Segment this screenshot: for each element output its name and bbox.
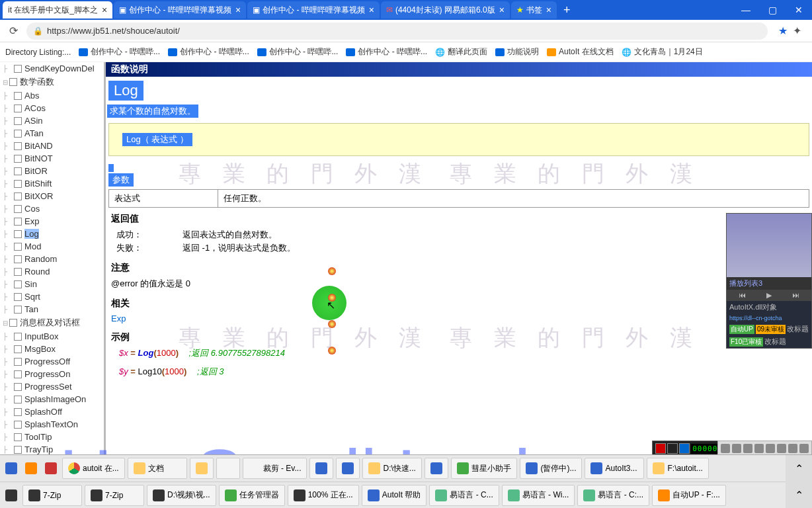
extensions-icon[interactable]: ✦ bbox=[793, 24, 801, 37]
sidebar-item-bitnot[interactable]: ├BitNOT bbox=[0, 152, 104, 165]
taskbar-item[interactable] bbox=[190, 458, 214, 479]
close-icon[interactable]: × bbox=[546, 5, 551, 15]
sidebar-item-bitshift[interactable]: ├BitShift bbox=[0, 177, 104, 190]
tray-icon[interactable] bbox=[754, 444, 764, 453]
taskbar-item[interactable]: D:\视频\视... bbox=[147, 485, 216, 506]
taskbar-item[interactable]: AutoIt3... bbox=[585, 458, 644, 479]
sidebar-item-msgbox[interactable]: ├MsgBox bbox=[0, 343, 104, 355]
taskbar-item[interactable] bbox=[425, 458, 448, 479]
sidebar-item-sendkeydowndel[interactable]: ├SendKeyDownDel bbox=[0, 62, 104, 75]
close-button[interactable]: ✕ bbox=[786, 0, 812, 20]
bookmark-item[interactable]: 🌐文化青岛｜1月24日 bbox=[622, 46, 703, 58]
sidebar-item-acos[interactable]: ├ACos bbox=[0, 102, 104, 114]
taskbar-item[interactable]: 7-Zip bbox=[22, 485, 82, 506]
video-title[interactable]: AutoItX.dll对象 bbox=[727, 301, 811, 314]
taskbar-item[interactable]: 自动UP - F:... bbox=[652, 485, 726, 506]
taskbar-item[interactable]: 易语言 - Wi... bbox=[502, 485, 575, 506]
7z-icon[interactable] bbox=[5, 489, 17, 501]
close-icon[interactable]: × bbox=[235, 5, 241, 15]
sidebar-item-消息框及对话框[interactable]: ⊟消息框及对话框 bbox=[0, 316, 104, 330]
sidebar-item-bitand[interactable]: ├BitAND bbox=[0, 140, 104, 152]
sidebar[interactable]: ├SendKeyDownDel⊟数学函数├Abs├ACos├ASin├ATan├… bbox=[0, 62, 106, 455]
taskbar-item[interactable]: 任务管理器 bbox=[219, 485, 285, 506]
taskbar-item[interactable]: F:\autoit... bbox=[647, 458, 708, 479]
pause-button[interactable] bbox=[679, 443, 690, 454]
close-icon[interactable]: × bbox=[369, 5, 374, 15]
url-box[interactable]: 🔒 https://www.jb51.net/shouce/autoit/ bbox=[26, 22, 768, 40]
bookmark-item[interactable]: 创作中心 - 哔嘿哔... bbox=[257, 46, 339, 58]
reload-button[interactable]: ⟳ bbox=[5, 24, 21, 37]
close-icon[interactable]: × bbox=[102, 5, 107, 15]
orange-icon[interactable] bbox=[25, 462, 37, 474]
sidebar-item-random[interactable]: ├Random bbox=[0, 253, 104, 265]
next-icon[interactable]: ⏭ bbox=[792, 291, 799, 300]
bookmark-item[interactable]: Directory Listing:... bbox=[5, 48, 71, 57]
taskbar-item[interactable]: AutoIt 帮助 bbox=[362, 485, 427, 506]
sidebar-item-数学函数[interactable]: ⊟数学函数 bbox=[0, 75, 104, 89]
bookmark-star-icon[interactable]: ★ bbox=[778, 24, 788, 37]
taskbar-item[interactable] bbox=[336, 458, 360, 479]
minimize-button[interactable]: — bbox=[733, 0, 759, 20]
sidebar-item-bitor[interactable]: ├BitOR bbox=[0, 165, 104, 177]
sidebar-item-round[interactable]: ├Round bbox=[0, 265, 104, 278]
tray-icon[interactable] bbox=[777, 444, 786, 453]
taskbar-item[interactable]: 100% 正在... bbox=[288, 485, 359, 506]
red-icon[interactable] bbox=[45, 462, 57, 474]
video-thumbnail[interactable] bbox=[727, 214, 811, 277]
prev-icon[interactable]: ⏮ bbox=[739, 291, 746, 300]
tray-icon[interactable] bbox=[788, 444, 797, 453]
sidebar-item-tooltip[interactable]: ├ToolTip bbox=[0, 431, 104, 443]
bookmark-item[interactable]: 创作中心 - 哔嘿哔... bbox=[346, 46, 427, 58]
taskbar-item[interactable]: 文档 bbox=[128, 458, 187, 479]
related-link[interactable]: Exp bbox=[111, 314, 807, 323]
maximize-button[interactable]: ▢ bbox=[759, 0, 786, 20]
tray-icon[interactable] bbox=[766, 444, 775, 453]
sidebar-item-atan[interactable]: ├ATan bbox=[0, 127, 104, 140]
taskbar-item[interactable] bbox=[216, 458, 240, 479]
tab[interactable]: ▣ 创作中心 - 哔哩哔哩弹幕视频 × bbox=[247, 1, 380, 19]
stop-button[interactable] bbox=[667, 443, 678, 454]
video-row[interactable]: 自动UP 09未审核 改标题 bbox=[727, 323, 811, 335]
tray-icon[interactable] bbox=[799, 444, 809, 453]
sidebar-item-log[interactable]: ├Log bbox=[0, 228, 104, 240]
sidebar-item-exp[interactable]: ├Exp bbox=[0, 215, 104, 228]
sidebar-item-sqrt[interactable]: ├Sqrt bbox=[0, 290, 104, 303]
bookmark-item[interactable]: 创作中心 - 哔嘿哔... bbox=[79, 46, 160, 58]
taskbar-item[interactable]: 易语言 - C:... bbox=[577, 485, 649, 506]
sidebar-item-splashoff[interactable]: ├SplashOff bbox=[0, 405, 104, 418]
sidebar-item-inputbox[interactable]: ├InputBox bbox=[0, 330, 104, 343]
video-widget[interactable]: 播放列表3 ⏮ ▶ ⏭ AutoItX.dll对象 https://dl--cn… bbox=[726, 213, 812, 349]
new-tab-button[interactable]: + bbox=[558, 3, 576, 17]
taskbar-item[interactable]: D:\快速... bbox=[362, 458, 422, 479]
playlist-label[interactable]: 播放列表3 bbox=[727, 277, 811, 290]
tab[interactable]: ▣ 创作中心 - 哔哩哔哩弹幕视频 × bbox=[114, 1, 246, 19]
taskbar-item[interactable]: 7-Zip bbox=[85, 485, 144, 506]
bookmark-item[interactable]: 创作中心 - 哔嘿哔... bbox=[168, 46, 249, 58]
taskbar-item[interactable]: 彗星小助手 bbox=[451, 458, 517, 479]
record-button[interactable] bbox=[655, 443, 666, 454]
tab-active[interactable]: it 在线手册中文版_脚本之 × bbox=[3, 1, 112, 19]
taskbar-item[interactable] bbox=[309, 458, 333, 479]
sidebar-item-mod[interactable]: ├Mod bbox=[0, 240, 104, 253]
sidebar-item-cos[interactable]: ├Cos bbox=[0, 202, 104, 215]
sidebar-item-abs[interactable]: ├Abs bbox=[0, 89, 104, 102]
sidebar-item-splashimageon[interactable]: ├SplashImageOn bbox=[0, 393, 104, 405]
sidebar-item-sin[interactable]: ├Sin bbox=[0, 278, 104, 290]
taskbar-chevron[interactable]: ⌃ bbox=[786, 482, 812, 508]
sidebar-item-bitxor[interactable]: ├BitXOR bbox=[0, 190, 104, 202]
sidebar-item-traytip[interactable]: ├TrayTip bbox=[0, 443, 104, 455]
video-row[interactable]: F10已审核 改标题 bbox=[727, 335, 811, 348]
close-icon[interactable]: × bbox=[499, 5, 505, 15]
bookmark-item[interactable]: 🌐翻译此页面 bbox=[435, 46, 487, 58]
bookmark-item[interactable]: AutoIt 在线文档 bbox=[547, 46, 614, 58]
taskbar-item[interactable]: 裁剪 - Ev... bbox=[243, 458, 307, 479]
sidebar-item-progresson[interactable]: ├ProgressOn bbox=[0, 368, 104, 380]
sidebar-item-splashtexton[interactable]: ├SplashTextOn bbox=[0, 418, 104, 431]
taskbar-item[interactable]: 易语言 - C... bbox=[429, 485, 499, 506]
blue-icon[interactable] bbox=[5, 462, 17, 474]
taskbar-chevron[interactable]: ⌃ bbox=[786, 455, 812, 482]
tab[interactable]: ✉ (4404封未读) 网易邮箱6.0版 × bbox=[381, 1, 510, 19]
tray-icon[interactable] bbox=[732, 444, 741, 453]
volume-icon[interactable] bbox=[743, 444, 752, 453]
taskbar-item[interactable]: autoit 在... bbox=[62, 458, 125, 479]
